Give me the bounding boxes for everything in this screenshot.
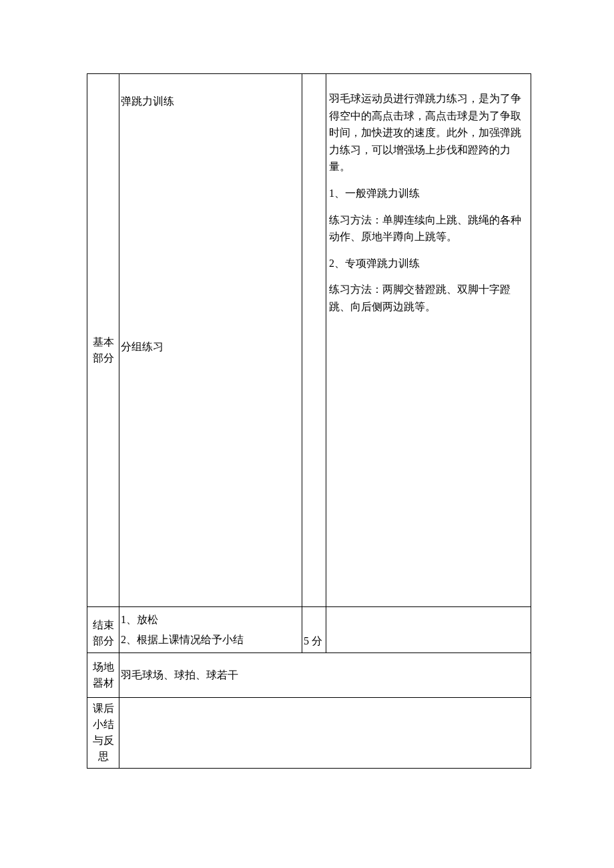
end-time-cell: 5 分 <box>302 607 326 653</box>
end-section-label-cell: 结束部分 <box>87 607 119 653</box>
basic-notes-cell: 羽毛球运动员进行弹跳力练习，是为了争得空中的高点击球，高点击球是为了争取时间，加… <box>326 74 531 607</box>
end-line1: 1、放松 <box>121 610 300 630</box>
notes-item2-body: 练习方法：两脚交替蹬跳、双脚十字蹬跳、向后侧两边跳等。 <box>329 281 528 315</box>
equipment-content: 羽毛球场、球拍、球若干 <box>121 669 238 681</box>
basic-section-label-cell: 基本部分 <box>87 74 119 607</box>
basic-content-cell: 弹跳力训练 分组练习 <box>119 74 302 607</box>
lesson-plan-table: 基本部分 弹跳力训练 分组练习 羽毛球运动员进行弹跳力练习，是为了争得空中的高点… <box>87 73 531 769</box>
end-time: 5 分 <box>304 635 322 646</box>
lesson-plan-page: 基本部分 弹跳力训练 分组练习 羽毛球运动员进行弹跳力练习，是为了争得空中的高点… <box>0 0 614 835</box>
end-notes-cell <box>326 607 531 653</box>
equipment-row: 场地器材 羽毛球场、球拍、球若干 <box>87 653 531 698</box>
basic-time-cell <box>302 74 326 607</box>
reflection-row: 课后小结与反思 <box>87 698 531 769</box>
equipment-label-cell: 场地器材 <box>87 653 119 698</box>
reflection-label: 课后小结与反思 <box>89 701 117 765</box>
end-section-label: 结束部分 <box>89 617 117 649</box>
basic-section-label: 基本部分 <box>87 334 119 366</box>
equipment-content-cell: 羽毛球场、球拍、球若干 <box>119 653 531 698</box>
end-section-row: 结束部分 1、放松 2、根据上课情况给予小结 5 分 <box>87 607 531 653</box>
reflection-label-cell: 课后小结与反思 <box>87 698 119 769</box>
reflection-content-cell <box>119 698 531 769</box>
basic-content-mid: 分组练习 <box>121 337 164 357</box>
notes-item2-title: 2、专项弹跳力训练 <box>329 255 528 272</box>
equipment-label: 场地器材 <box>89 659 117 691</box>
end-line2: 2、根据上课情况给予小结 <box>121 630 300 650</box>
notes-item1-title: 1、一般弹跳力训练 <box>329 185 528 202</box>
basic-content-top: 弹跳力训练 <box>121 91 300 111</box>
end-content-cell: 1、放松 2、根据上课情况给予小结 <box>119 607 302 653</box>
notes-intro: 羽毛球运动员进行弹跳力练习，是为了争得空中的高点击球，高点击球是为了争取时间，加… <box>329 90 528 175</box>
notes-item1-body: 练习方法：单脚连续向上跳、跳绳的各种动作、原地半蹲向上跳等。 <box>329 211 528 246</box>
basic-section-row: 基本部分 弹跳力训练 分组练习 羽毛球运动员进行弹跳力练习，是为了争得空中的高点… <box>87 74 531 607</box>
